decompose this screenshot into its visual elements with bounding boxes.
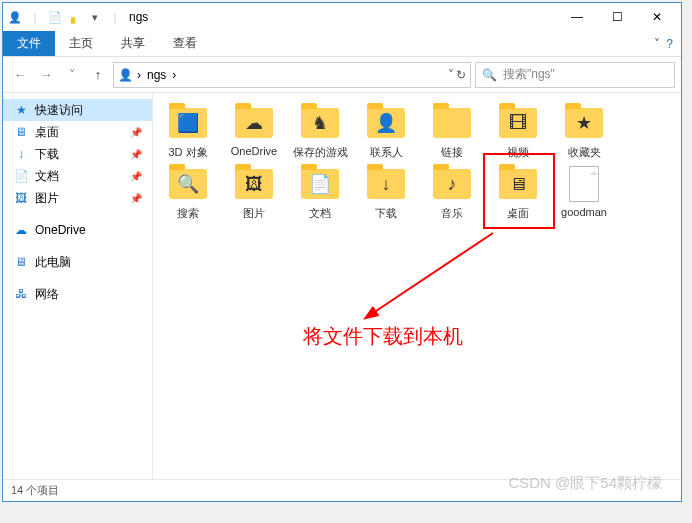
sidebar-quick-access[interactable]: ★ 快速访问	[3, 99, 152, 121]
sidebar-label: OneDrive	[35, 223, 86, 237]
sidebar-label: 文档	[35, 168, 59, 185]
tab-home[interactable]: 主页	[55, 31, 107, 56]
tab-view[interactable]: 查看	[159, 31, 211, 56]
items-grid: 🟦3D 对象☁OneDrive♞保存的游戏👤联系人链接🎞视频★收藏夹🔍搜索🖼图片…	[159, 103, 675, 221]
maximize-button[interactable]: ☐	[597, 3, 637, 31]
forward-button[interactable]: →	[35, 64, 57, 86]
divider: |	[27, 9, 43, 25]
sidebar-onedrive[interactable]: ☁ OneDrive	[3, 219, 152, 241]
sidebar-label: 桌面	[35, 124, 59, 141]
file-item-goodman[interactable]: goodman	[555, 164, 613, 221]
title-divider: |	[107, 9, 123, 25]
folder-item[interactable]: ↓下载	[357, 164, 415, 221]
minimize-button[interactable]: —	[557, 3, 597, 31]
refresh-button[interactable]: ↻	[456, 68, 466, 82]
back-button[interactable]: ←	[9, 64, 31, 86]
up-button[interactable]: ↑	[87, 64, 109, 86]
sidebar-item-desktop[interactable]: 🖥 桌面 📌	[3, 121, 152, 143]
sidebar: ★ 快速访问 🖥 桌面 📌 ↓ 下载 📌 📄 文档 📌 🖼 图片 �	[3, 93, 153, 479]
sidebar-label: 此电脑	[35, 254, 71, 271]
history-dropdown[interactable]: ˅	[61, 64, 83, 86]
sidebar-item-pictures[interactable]: 🖼 图片 📌	[3, 187, 152, 209]
file-tab[interactable]: 文件	[3, 31, 55, 56]
document-icon: 📄	[13, 168, 29, 184]
cloud-icon: ☁	[13, 222, 29, 238]
explorer-window: 👤 | 📄 ▖ ▾ | ngs — ☐ ✕ 文件 主页 共享 查看 ˅ ? ← …	[2, 2, 682, 502]
content-area: 🟦3D 对象☁OneDrive♞保存的游戏👤联系人链接🎞视频★收藏夹🔍搜索🖼图片…	[153, 93, 681, 479]
annotation-text: 将文件下载到本机	[303, 323, 463, 350]
statusbar: 14 个项目	[3, 479, 681, 501]
crumb-ngs[interactable]: ngs	[145, 68, 168, 82]
folder-item[interactable]: 🖼图片	[225, 164, 283, 221]
folder-item[interactable]: ★收藏夹	[555, 103, 613, 160]
folder-item[interactable]: 👤联系人	[357, 103, 415, 160]
sidebar-network[interactable]: 🖧 网络	[3, 283, 152, 305]
folder-tab-icon: ▖	[67, 9, 83, 25]
folder-item[interactable]: ☁OneDrive	[225, 103, 283, 160]
sidebar-label: 下载	[35, 146, 59, 163]
search-placeholder: 搜索"ngs"	[503, 66, 555, 83]
star-icon: ★	[13, 102, 29, 118]
desktop-icon: 🖥	[13, 124, 29, 140]
user-folder-icon: 👤	[118, 68, 133, 82]
help-button[interactable]: ?	[666, 37, 673, 51]
search-icon: 🔍	[482, 68, 497, 82]
sidebar-item-downloads[interactable]: ↓ 下载 📌	[3, 143, 152, 165]
annotation-arrow	[363, 223, 503, 323]
download-icon: ↓	[13, 146, 29, 162]
annotation-highlight	[483, 153, 555, 229]
pin-icon: 📌	[130, 171, 142, 182]
network-icon: 🖧	[13, 286, 29, 302]
crumb-sep: ›	[137, 68, 141, 82]
folder-item[interactable]: 📄文档	[291, 164, 349, 221]
search-input[interactable]: 🔍 搜索"ngs"	[475, 62, 675, 88]
navbar: ← → ˅ ↑ 👤 › ngs › ˅ ↻ 🔍 搜索"ngs"	[3, 57, 681, 93]
pc-icon: 🖥	[13, 254, 29, 270]
breadcrumb[interactable]: 👤 › ngs › ˅ ↻	[113, 62, 471, 88]
tab-share[interactable]: 共享	[107, 31, 159, 56]
folder-item[interactable]: 🎞视频	[489, 103, 547, 160]
breadcrumb-dropdown[interactable]: ˅	[448, 68, 454, 82]
sidebar-thispc[interactable]: 🖥 此电脑	[3, 251, 152, 273]
sidebar-label: 图片	[35, 190, 59, 207]
pin-icon: 📌	[130, 127, 142, 138]
window-title: ngs	[129, 10, 148, 24]
titlebar: 👤 | 📄 ▖ ▾ | ngs — ☐ ✕	[3, 3, 681, 31]
svg-line-0	[373, 233, 493, 313]
sidebar-label: 快速访问	[35, 102, 83, 119]
folder-item[interactable]: ♞保存的游戏	[291, 103, 349, 160]
crumb-sep: ›	[172, 68, 176, 82]
ribbon-expand[interactable]: ˅	[654, 37, 660, 51]
folder-item[interactable]: ♪音乐	[423, 164, 481, 221]
pin-icon: 📌	[130, 193, 142, 204]
sidebar-label: 网络	[35, 286, 59, 303]
folder-item[interactable]: 🟦3D 对象	[159, 103, 217, 160]
sidebar-item-documents[interactable]: 📄 文档 📌	[3, 165, 152, 187]
folder-item[interactable]: 🔍搜索	[159, 164, 217, 221]
user-icon: 👤	[7, 9, 23, 25]
pin-icon: 📌	[130, 149, 142, 160]
picture-icon: 🖼	[13, 190, 29, 206]
item-count: 14 个项目	[11, 483, 59, 498]
folder-item[interactable]: 链接	[423, 103, 481, 160]
close-button[interactable]: ✕	[637, 3, 677, 31]
doc-icon: 📄	[47, 9, 63, 25]
ribbon: 文件 主页 共享 查看 ˅ ?	[3, 31, 681, 57]
title-dropdown[interactable]: ▾	[87, 9, 103, 25]
